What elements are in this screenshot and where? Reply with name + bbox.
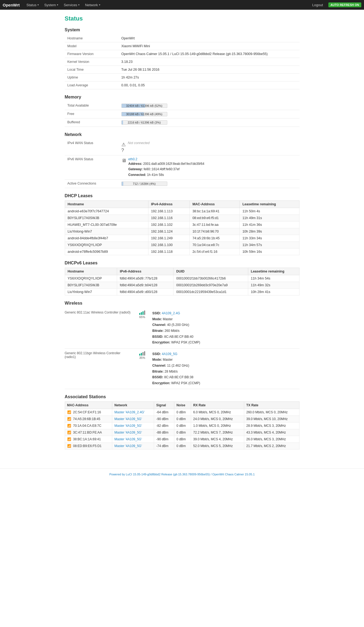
dhcpv6-table: HostnameIPv6-AddressDUIDLeasetime remain… [65, 268, 300, 295]
dhcpv6-row: LiuYinlong-Win7 fd8d:4904:a5d9::d00/128 … [65, 289, 299, 295]
ipv6-wan-row: IPv6 WAN Status 🖥 eth0.2 Address: 2001:d… [65, 155, 300, 180]
wireless-controller-label: Generic 802.11ac Wireless Controller (ra… [65, 311, 132, 314]
station-row: 📶 2C:54:CF:E4:F1:16 Master '4A109_2.4G' … [65, 409, 299, 416]
system-row: Kernel Version3.18.23 [65, 58, 300, 66]
stations-section-title: Associated Stations [65, 394, 300, 399]
wireless-row: Generic 802.11ac Wireless Controller (ra… [65, 308, 300, 349]
wireless-controller-label: Generic 802.11bgn Wireless Controller (r… [65, 351, 132, 359]
nav-services[interactable]: Services ▾ [61, 0, 82, 10]
stations-table: MAC-AddressNetworkSignalNoiseRX RateTX R… [65, 401, 300, 449]
dhcp-row: HUAWEI_MT7-CL00-307a6709e 192.168.1.102 … [65, 222, 299, 228]
dhcp-section-title: DHCP Leases [65, 193, 300, 198]
nav-network-arrow: ▾ [99, 4, 100, 6]
network-link[interactable]: Master '4A109_5G' [114, 424, 142, 428]
system-row: Uptime1h 42m 27s [65, 74, 300, 81]
ipv6-wan-label: IPv6 WAN Status [65, 155, 119, 180]
nav-system[interactable]: System ▾ [42, 0, 61, 10]
nav-network[interactable]: Network ▾ [82, 0, 103, 10]
dhcp-row: YS6XXDQRXQYLXDP 192.168.1.100 70:1a:04:c… [65, 242, 299, 248]
ipv6-address: 2001:da8:a009:162f:8eab:8ef:fecf:bb39/64 [143, 162, 204, 166]
footer-link[interactable]: Powered by LuCI 15.05-149-g0d8bbd2 Relea… [109, 473, 255, 476]
page-title: Status [65, 15, 300, 22]
memory-row: Free 30188 kB / 61396 kB (49%) [65, 110, 300, 118]
wireless-container: Generic 802.11ac Wireless Controller (ra… [65, 308, 300, 389]
dhcp-table: HostnameIPv4-AddressMAC-AddressLeasetime… [65, 200, 300, 255]
network-link[interactable]: Master '4A109_5G' [114, 444, 142, 448]
ssid-link[interactable]: 4A109_2.4G [162, 311, 180, 315]
dhcpv6-row: B0YSL0F17A0SWJB fd8d:4904:a5d9::b04/128 … [65, 282, 299, 289]
wan-icon: ⚠? [121, 142, 126, 153]
wireless-details: SSID: 4A109_2.4G Mode: Master Channel: 4… [152, 311, 200, 346]
network-section-title: Network [65, 132, 300, 137]
ipv4-wan-label: IPv4 WAN Status [65, 139, 119, 155]
system-row: Load Average0.00, 0.01, 0.05 [65, 81, 300, 89]
memory-row: Total Available 32404 kB / 61396 kB (52%… [65, 102, 300, 110]
memory-bar: 32404 kB / 61396 kB (52%) [121, 104, 167, 108]
signal-icon: 📶 [67, 410, 71, 414]
ipv4-wan-status-cell: ⚠? Not connected [121, 141, 297, 153]
ipv4-wan-row: IPv4 WAN Status ⚠? Not connected [65, 139, 300, 155]
system-section-title: System [65, 28, 300, 32]
station-row: 📶 70:1A:04:CA:E8:7C Master '4A109_5G' -8… [65, 422, 299, 429]
active-conn-label: Active Connections [65, 180, 119, 188]
nav-services-arrow: ▾ [78, 4, 80, 6]
dhcp-row: B0YSL0F17A0SWJB 192.168.1.116 08:ed:b9:e… [65, 215, 299, 222]
memory-section-title: Memory [65, 95, 300, 100]
ipv6-wan-status-cell: 🖥 eth0.2 Address: 2001:da8:a009:162f:8ea… [121, 157, 297, 178]
nav-logout[interactable]: Logout [309, 0, 326, 10]
ssid-link[interactable]: 4A109_5G [162, 352, 177, 356]
station-row: 📶 38:BC:1A:1A:69:41 Master '4A109_5G' -9… [65, 436, 299, 443]
dhcpv6-row: YS6XXDQRXQYLXDP fd8d:4904:a5d9::77b/128 … [65, 275, 299, 282]
nav-status[interactable]: Status ▾ [24, 0, 42, 10]
network-table: IPv4 WAN Status ⚠? Not connected IPv6 WA… [65, 139, 300, 188]
nav-system-arrow: ▾ [57, 4, 58, 6]
signal-icon: 📶 [67, 424, 71, 428]
memory-bar: 2216 kB / 61396 kB (3%) [121, 120, 167, 125]
signal-icon: 📶 [67, 437, 71, 441]
ipv6-link[interactable]: eth0.2 [128, 157, 137, 161]
wireless-section-title: Wireless [65, 301, 300, 306]
memory-bar: 30188 kB / 61396 kB (49%) [121, 112, 167, 116]
network-link[interactable]: Master '4A109_5G' [114, 431, 142, 434]
dhcp-row: LiuYinlong-Win7 192.168.1.124 10:1f:74:b… [65, 228, 299, 235]
system-row: HostnameOpenWrt [65, 35, 300, 42]
ipv6-gateway: fe80::1614:4bff:fe60:37ef [144, 167, 179, 171]
station-row: 📶 08:ED:B9:E6:F5:D1 Master '4A109_5G' -7… [65, 443, 299, 449]
active-conn-bar-label: 712 / 16384 (4%) [122, 182, 167, 186]
wireless-details: SSID: 4A109_5G Mode: Master Channel: 11 … [152, 351, 200, 386]
navbar: OpenWrt Status ▾ System ▾ Services ▾ Net… [0, 0, 364, 10]
wireless-signal: 35% [136, 351, 148, 359]
nav-status-arrow: ▾ [38, 4, 39, 6]
ipv6-wan-icon: 🖥 [121, 158, 126, 163]
main-content: Status System HostnameOpenWrtModelXiaomi… [61, 10, 304, 463]
ipv4-wan-status: Not connected [128, 141, 150, 145]
active-conn-bar: 712 / 16384 (4%) [121, 182, 167, 186]
signal-icon: 📶 [67, 431, 71, 434]
signal-icon: 📶 [67, 444, 71, 448]
dhcp-row: android-e78ffe4c50967b89 192.168.1.118 2… [65, 248, 299, 255]
dhcp-row: android-e63e70f7c7647724 192.168.1.113 3… [65, 208, 299, 215]
network-link[interactable]: Master '4A109_5G' [114, 417, 142, 421]
system-table: HostnameOpenWrtModelXiaomi MiWiFi MiniFi… [65, 35, 300, 89]
network-link[interactable]: Master '4A109_2.4G' [114, 410, 145, 414]
station-row: 📶 74:A5:28:6B:1B:45 Master '4A109_5G' -9… [65, 416, 299, 422]
memory-row: Buffered 2216 kB / 61396 kB (3%) [65, 118, 300, 127]
auto-refresh-badge: AUTO REFRESH ON [328, 2, 361, 7]
network-link[interactable]: Master '4A109_5G' [114, 437, 142, 441]
signal-icon: 📶 [67, 417, 71, 421]
system-row: ModelXiaomi MiWiFi Mini [65, 42, 300, 50]
footer: Powered by LuCI 15.05-149-g0d8bbd2 Relea… [0, 468, 364, 480]
memory-table: Total Available 32404 kB / 61396 kB (52%… [65, 102, 300, 127]
system-row: Firmware VersionOpenWrt Chaos Calmer 15.… [65, 50, 300, 58]
wireless-signal: 65% [136, 311, 148, 319]
navbar-brand[interactable]: OpenWrt [3, 3, 20, 7]
dhcp-row: android-84dde4fb8e3f44b7 192.168.1.249 7… [65, 235, 299, 242]
ipv6-connected: 1h 41m 58s [147, 173, 164, 177]
dhcpv6-section-title: DHCPv6 Leases [65, 261, 300, 265]
system-row: Local TimeTue Jul 26 08:11:56 2016 [65, 66, 300, 74]
active-conn-row: Active Connections 712 / 16384 (4%) [65, 180, 300, 188]
station-row: 📶 3C:47:11:BD:FE:AA Master '4A109_5G' -8… [65, 429, 299, 436]
wireless-row: Generic 802.11bgn Wireless Controller (r… [65, 349, 300, 389]
